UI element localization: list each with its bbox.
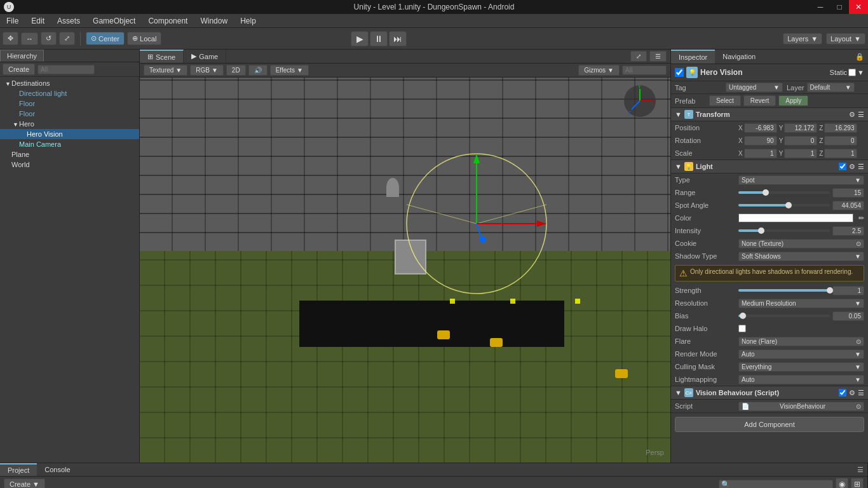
pos-y-input[interactable]: [784, 123, 817, 133]
script-enabled-checkbox[interactable]: [839, 389, 846, 396]
layout-dropdown[interactable]: Layout ▼: [826, 33, 865, 44]
step-button[interactable]: ⏭: [389, 31, 407, 46]
light-enabled-checkbox[interactable]: [839, 163, 846, 170]
pos-z-input[interactable]: [824, 123, 857, 133]
project-tab[interactable]: Project: [0, 463, 37, 476]
pause-button[interactable]: ⏸: [370, 31, 388, 46]
obj-active-checkbox[interactable]: [675, 68, 684, 77]
spot-angle-input[interactable]: [832, 201, 864, 210]
range-slider[interactable]: [738, 191, 830, 194]
close-button[interactable]: ✕: [849, 0, 868, 14]
spot-angle-slider-thumb[interactable]: [785, 202, 792, 208]
pos-x-input[interactable]: [744, 123, 777, 133]
scale-tool[interactable]: ⤢: [59, 32, 75, 45]
menu-component[interactable]: Component: [142, 15, 194, 27]
color-picker[interactable]: [738, 214, 853, 222]
render-mode-dropdown2[interactable]: Auto ▼: [738, 349, 864, 359]
inspector-lock-btn[interactable]: 🔒: [855, 53, 868, 61]
intensity-slider[interactable]: [738, 229, 830, 232]
prefab-revert-btn[interactable]: Revert: [743, 95, 776, 106]
intensity-input[interactable]: [832, 226, 864, 236]
audio-toggle[interactable]: 🔊: [248, 65, 268, 76]
strength-slider[interactable]: [738, 289, 830, 292]
tree-item-floor-2[interactable]: Floor: [0, 109, 139, 119]
script-menu-icon[interactable]: ☰: [858, 389, 864, 397]
pivot-toggle[interactable]: ⊙ Center: [86, 32, 125, 45]
rot-y-input[interactable]: [784, 136, 817, 146]
color-edit-icon[interactable]: ✏: [858, 214, 864, 222]
console-tab[interactable]: Console: [37, 463, 78, 476]
gizmos-btn[interactable]: Gizmos ▼: [578, 65, 620, 76]
tree-item-directional-light[interactable]: Directional light: [0, 88, 139, 98]
maximize-scene-btn[interactable]: ⤢: [630, 51, 647, 62]
transform-menu-icon[interactable]: ☰: [858, 111, 864, 119]
tree-item-world[interactable]: World: [0, 159, 139, 170]
script-dropdown[interactable]: 📄 VisionBehaviour ⊙: [738, 402, 864, 411]
culling-mask-dropdown[interactable]: Everything ▼: [738, 362, 864, 372]
strength-input[interactable]: [832, 286, 864, 295]
scale-z-input[interactable]: [824, 149, 857, 158]
cookie-dropdown[interactable]: None (Texture) ⊙: [738, 239, 864, 248]
add-component-button[interactable]: Add Component: [675, 417, 864, 432]
rot-z-input[interactable]: [824, 136, 857, 146]
scale-x-input[interactable]: [744, 149, 777, 158]
inspector-tab[interactable]: Inspector: [671, 50, 715, 64]
maximize-button[interactable]: □: [830, 0, 849, 14]
tree-item-hero[interactable]: ▼Hero: [0, 119, 139, 129]
hierarchy-create-btn[interactable]: Create: [3, 64, 35, 75]
rot-x-input[interactable]: [744, 136, 777, 146]
transform-settings-icon[interactable]: ⚙: [849, 111, 855, 119]
tree-item-hero-vision[interactable]: Hero Vision: [0, 129, 139, 139]
move-tool[interactable]: ↔: [21, 32, 38, 45]
spot-angle-slider[interactable]: [738, 204, 830, 207]
bias-input[interactable]: [832, 311, 864, 321]
lightmapping-dropdown[interactable]: Auto ▼: [738, 375, 864, 384]
bias-slider[interactable]: [738, 315, 830, 317]
tree-item-destinations[interactable]: ▼Destinations: [0, 78, 139, 88]
tree-item-main-camera[interactable]: Main Camera: [0, 139, 139, 149]
2d-toggle[interactable]: 2D: [226, 65, 246, 76]
light-header[interactable]: ▼ 💡 Light ⚙ ☰: [671, 160, 868, 173]
play-button[interactable]: ▶: [351, 31, 369, 46]
rotate-tool[interactable]: ↺: [41, 32, 57, 45]
menu-window[interactable]: Window: [194, 15, 234, 27]
hierarchy-search[interactable]: [37, 65, 95, 74]
strength-slider-thumb[interactable]: [827, 287, 833, 294]
tree-item-floor-1[interactable]: Floor: [0, 98, 139, 109]
menu-help[interactable]: Help: [234, 15, 262, 27]
layer-dropdown[interactable]: Default ▼: [807, 83, 855, 92]
effects-toggle[interactable]: Effects ▼: [270, 65, 309, 76]
tag-dropdown[interactable]: Untagged ▼: [726, 83, 783, 92]
static-checkbox[interactable]: [848, 69, 856, 76]
menu-gameobject[interactable]: GameObject: [86, 15, 142, 27]
range-slider-thumb[interactable]: [763, 189, 769, 196]
shadow-type-dropdown[interactable]: Soft Shadows ▼: [738, 252, 864, 261]
script-header[interactable]: ▼ C# Vision Behaviour (Script) ⚙ ☰: [671, 386, 868, 400]
color-mode-btn[interactable]: RGB ▼: [190, 65, 224, 76]
minimize-button[interactable]: ─: [811, 0, 830, 14]
transform-header[interactable]: ▼ T Transform ⚙ ☰: [671, 108, 868, 121]
proj-panel-options[interactable]: ☰: [857, 466, 864, 474]
menu-edit[interactable]: Edit: [25, 15, 51, 27]
draw-halo-checkbox[interactable]: [738, 325, 746, 332]
prefab-select-btn[interactable]: Select: [709, 95, 741, 106]
scene-tab[interactable]: ⊞ Scene: [140, 50, 184, 63]
menu-assets[interactable]: Assets: [51, 15, 86, 27]
proj-icon-btn-2[interactable]: ⊞: [851, 478, 864, 488]
space-toggle[interactable]: ⊕ Local: [127, 32, 161, 45]
resolution-dropdown[interactable]: Medium Resolution ▼: [738, 299, 864, 308]
light-settings-icon[interactable]: ⚙: [849, 163, 855, 171]
tree-item-plane[interactable]: Plane: [0, 149, 139, 159]
scene-view[interactable]: Y X Z Persp: [140, 78, 670, 463]
hierarchy-tab[interactable]: Hierarchy: [0, 50, 44, 62]
proj-icon-btn-1[interactable]: ◉: [836, 478, 848, 488]
project-create-btn[interactable]: Create ▼: [4, 478, 45, 488]
menu-file[interactable]: File: [0, 15, 25, 27]
game-tab[interactable]: ▶ Game: [184, 50, 226, 63]
bias-slider-thumb[interactable]: [740, 313, 746, 319]
hand-tool[interactable]: ✥: [3, 32, 18, 45]
range-input[interactable]: [832, 188, 864, 198]
scene-search[interactable]: [622, 65, 667, 75]
script-settings-icon[interactable]: ⚙: [849, 389, 855, 397]
prefab-apply-btn[interactable]: Apply: [778, 95, 808, 106]
